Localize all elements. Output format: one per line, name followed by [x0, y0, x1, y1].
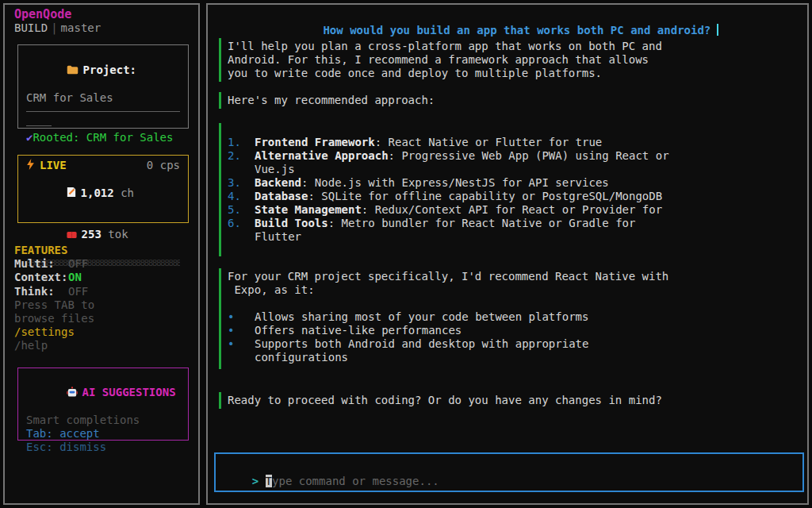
- divider-short: [26, 125, 52, 126]
- live-label: LIVE: [40, 159, 67, 171]
- list-item: 6.Build Tools: Metro bundler for React N…: [228, 217, 669, 230]
- ai-header-row: AI SUGGESTIONS: [26, 372, 180, 414]
- settings-command[interactable]: /settings: [14, 325, 94, 339]
- input-placeholder: ype command or message...: [272, 475, 439, 487]
- bullet-item: •Supports both Android and desktop with …: [228, 337, 668, 351]
- ai-subtitle: Smart completions: [26, 414, 180, 427]
- live-header-row: LIVE 0 cps: [26, 159, 180, 173]
- blank-line: [228, 297, 668, 310]
- project-box: Project: CRM for Sales ✔Rooted: CRM for …: [17, 44, 189, 129]
- folder-icon: [67, 64, 79, 78]
- separator: |: [48, 21, 60, 34]
- input-block-cursor: T: [266, 475, 272, 487]
- tokens-unit: tok: [102, 228, 128, 241]
- feature-context: Context:ON: [14, 271, 94, 284]
- ticket-icon: [67, 229, 77, 242]
- assistant-paragraph-4: Ready to proceed with coding? Or do you …: [219, 392, 662, 409]
- chars-unit: ch: [114, 187, 134, 199]
- bullet-item: •Offers native-like performances: [228, 324, 668, 337]
- esc-dismiss-hint: Esc: dismiss: [26, 441, 180, 454]
- divider: [26, 111, 180, 112]
- assistant-paragraph-1: I'll help you plan a cross-platform app …: [219, 38, 662, 82]
- app-title: OpenQode: [14, 7, 71, 21]
- help-command[interactable]: /help: [14, 339, 94, 352]
- assistant-paragraph-3: For your CRM project specifically, I'd r…: [219, 268, 668, 369]
- chars-value: 1,012: [81, 187, 114, 199]
- lightning-icon: [26, 159, 35, 173]
- tab-hint-line1: Press TAB to: [14, 298, 94, 312]
- feature-multi: Multi:OFF: [14, 257, 94, 271]
- features-section: FEATURES Multi:OFF Context:ON Think:OFF …: [14, 244, 94, 353]
- multi-value: OFF: [68, 257, 88, 270]
- context-value: ON: [68, 271, 82, 283]
- sidebar: OpenQode BUILD|master Project: CRM for S…: [3, 3, 200, 505]
- chat-panel: How would you build an app that works bo…: [206, 3, 809, 505]
- cps-counter: 0 cps: [147, 159, 180, 173]
- feature-think: Think:OFF: [14, 285, 94, 298]
- memo-icon: [67, 187, 76, 201]
- bullet-item-wrap: configurations: [228, 351, 668, 364]
- list-item: 4.Database: SQLite for offline capabilit…: [228, 190, 669, 203]
- think-value: OFF: [68, 285, 88, 298]
- prompt-symbol: >: [252, 475, 259, 487]
- chars-row: 1,012 ch: [26, 173, 180, 214]
- list-item-wrap: Vue.js: [228, 163, 669, 176]
- list-item: 1.Frontend Framework: React Native or Fl…: [228, 136, 669, 149]
- mode-branch-line: BUILD|master: [14, 21, 101, 34]
- rooted-status: ✔Rooted: CRM for Sales: [26, 131, 180, 144]
- project-label: Project:: [83, 64, 136, 76]
- features-heading: FEATURES: [14, 244, 94, 257]
- ai-suggestions-box: AI SUGGESTIONS Smart completions Tab: ac…: [17, 368, 189, 441]
- tab-accept-hint: Tab: accept: [26, 427, 180, 441]
- project-name: CRM for Sales: [26, 91, 180, 105]
- rooted-text: Rooted: CRM for Sales: [33, 131, 173, 144]
- assistant-paragraph-2: Here's my recommended approach:: [219, 92, 435, 109]
- bullet-item: •Allows sharing most of your code betwee…: [228, 310, 668, 324]
- robot-icon: [67, 387, 78, 400]
- list-item: 5.State Management: Redux/Context API fo…: [228, 203, 669, 217]
- list-item: 2.Alternative Approach: Progressive Web …: [228, 149, 669, 163]
- ai-suggestions-title: AI SUGGESTIONS: [82, 386, 176, 398]
- project-header-row: Project:: [26, 50, 180, 91]
- list-item-wrap: Flutter: [228, 230, 669, 244]
- git-branch-label: master: [61, 21, 102, 34]
- build-mode-label: BUILD: [14, 21, 48, 34]
- tokens-value: 253: [82, 228, 102, 241]
- command-input[interactable]: > Type command or message...: [214, 452, 804, 492]
- text-cursor: [717, 24, 718, 36]
- live-stats-box: LIVE 0 cps 1,012 ch 253 tok 888888888888…: [17, 155, 189, 223]
- list-item: 3.Backend: Node.js with Express/NestJS f…: [228, 176, 669, 190]
- tab-hint-line2: browse files: [14, 312, 94, 325]
- assistant-numbered-list: 1.Frontend Framework: React Native or Fl…: [219, 123, 669, 256]
